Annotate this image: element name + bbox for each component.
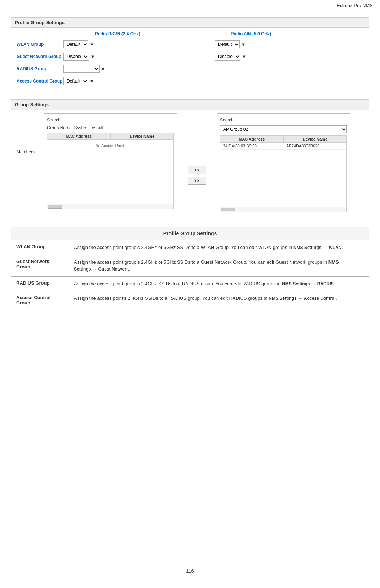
right-group-select-row: AP Group 02: [220, 125, 347, 133]
guest-network-group-row: Guest Network Group Disable ▼ Disable ▼: [17, 52, 363, 62]
right-name-header: Device Name: [284, 136, 347, 142]
radius-group-label: RADIUS Group: [17, 66, 63, 71]
access-control-group-row: Access Control Group Default ▼: [17, 76, 363, 86]
guest-network-group-label: Guest Network Group: [17, 54, 63, 59]
right-scrollbar-thumb: [221, 208, 235, 211]
access-control-row-label: Access ControlGroup: [11, 291, 69, 309]
right-table-body: 74:DA:38:03:B6:20 AP74DA3803B620: [220, 142, 347, 207]
radius-row-label: RADIUS Group: [11, 276, 69, 291]
wlan-row-desc: Assign the access point group’s 2.4GHz o…: [69, 240, 369, 255]
right-panel: Search AP Group 02 MAC Address Device Na…: [217, 113, 350, 215]
right-mac-header: MAC Address: [220, 136, 284, 142]
left-group-name: Group Name: System Default: [47, 125, 174, 130]
right-mac-cell: 74:DA:38:03:B6:20: [220, 143, 283, 149]
right-search-input[interactable]: [235, 117, 307, 123]
radius-group-row: RADIUS Group ▼: [17, 64, 363, 74]
guest-network-left-select[interactable]: Disable: [63, 53, 89, 61]
radius-group-left-select[interactable]: [63, 65, 100, 73]
left-panel: Search Group Name: System Default MAC Ad…: [44, 113, 177, 215]
guest-network-right-select[interactable]: Disable: [215, 53, 240, 61]
access-control-group-label: Access Control Group: [17, 79, 63, 84]
radio-header-left: Radio B/G/N (2.4 GHz): [63, 31, 172, 36]
right-group-select[interactable]: AP Group 02: [220, 125, 347, 133]
app-title: Edimax Pro NMS: [337, 3, 373, 8]
group-settings-title: Group Settings: [11, 100, 369, 110]
right-h-scrollbar: [220, 207, 347, 212]
wlan-group-left-controls: Default ▼: [63, 40, 172, 48]
table-row: 74:DA:38:03:B6:20 AP74DA3803B620: [220, 143, 346, 150]
radius-group-left-controls: ▼: [63, 65, 172, 73]
explanation-row-radius: RADIUS Group Assign the access point gro…: [11, 276, 369, 291]
access-control-group-left-controls: Default ▼: [63, 77, 172, 85]
explanation-table-header: Profile Group Settings: [11, 227, 369, 240]
left-name-header: Device Name: [111, 133, 174, 139]
left-search-input[interactable]: [62, 117, 134, 123]
left-table-body: No Access Point.: [47, 139, 174, 204]
right-search-row: Search: [220, 117, 347, 123]
guest-row-desc: Assign the access point group’s 2.4GHz o…: [69, 255, 369, 276]
wlan-group-label: WLAN Group: [17, 42, 63, 47]
right-search-label: Search: [220, 117, 234, 122]
arrow-buttons: << >>: [184, 135, 209, 215]
access-control-row-desc: Assign the access point’s 2.4GHz SSIDs t…: [69, 291, 369, 309]
access-control-left-select[interactable]: Default: [63, 77, 88, 85]
left-search-label: Search: [47, 117, 61, 122]
explanation-section: Profile Group Settings WLAN Group Assign…: [11, 227, 369, 309]
wlan-row-label: WLAN Group: [11, 240, 69, 255]
page-header: Edimax Pro NMS: [0, 0, 380, 10]
explanation-row-wlan: WLAN Group Assign the access point group…: [11, 240, 369, 255]
explanation-row-access-control: Access ControlGroup Assign the access po…: [11, 291, 369, 309]
left-scrollbar-thumb: [48, 205, 62, 209]
wlan-group-right-controls: Default ▼: [215, 40, 246, 48]
explanation-row-guest: Guest NetworkGroup Assign the access poi…: [11, 255, 369, 276]
wlan-group-right-select[interactable]: Default: [215, 40, 240, 48]
wlan-group-left-select[interactable]: Default: [63, 40, 88, 48]
radio-header-right: Radio A/N (5.0 GHz): [215, 31, 287, 36]
left-search-row: Search: [47, 117, 174, 123]
left-table-header: MAC Address Device Name: [47, 133, 174, 139]
page-number: 116: [0, 561, 380, 581]
guest-network-group-left-controls: Disable ▼: [63, 53, 172, 61]
left-mac-header: MAC Address: [47, 133, 111, 139]
members-label: Members: [17, 150, 35, 155]
profile-group-settings-box: Profile Group Settings Radio B/G/N (2.4 …: [11, 17, 369, 92]
move-left-button[interactable]: <<: [188, 166, 206, 174]
radius-row-desc: Assign the access point group’s 2.4GHz S…: [69, 276, 369, 291]
right-table-header: MAC Address Device Name: [220, 135, 347, 142]
left-h-scrollbar: [47, 204, 174, 209]
explanation-table: Profile Group Settings WLAN Group Assign…: [11, 227, 369, 309]
guest-network-group-right-controls: Disable ▼: [215, 53, 246, 61]
radio-headers: Radio B/G/N (2.4 GHz) Radio A/N (5.0 GHz…: [17, 31, 363, 36]
move-right-button[interactable]: >>: [188, 177, 206, 185]
group-settings-box: Group Settings Members Search Group Name…: [11, 99, 369, 219]
right-name-cell: AP74DA3803B620: [283, 143, 346, 149]
wlan-group-row: WLAN Group Default ▼ Default ▼: [17, 39, 363, 49]
profile-group-settings-title: Profile Group Settings: [11, 18, 369, 28]
guest-row-label: Guest NetworkGroup: [11, 255, 69, 276]
left-table-empty: No Access Point.: [47, 140, 173, 151]
